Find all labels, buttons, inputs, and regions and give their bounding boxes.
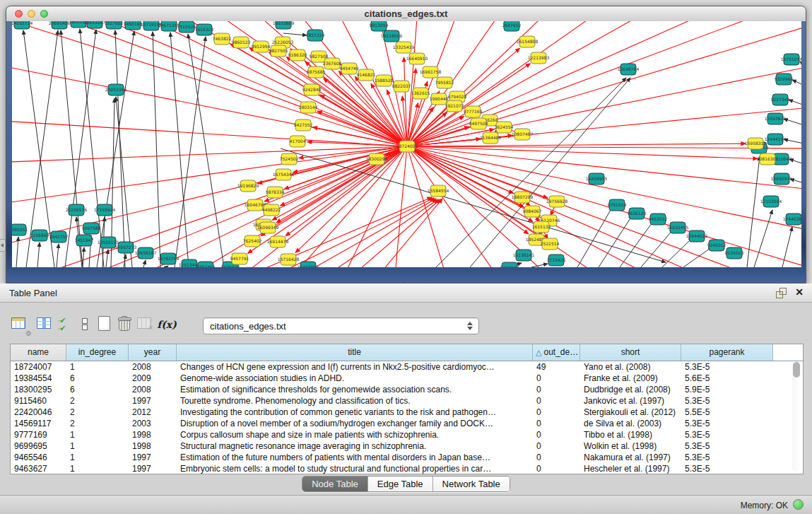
table-row[interactable]: 946554611997Estimation of the future num… [11, 452, 803, 463]
float-panel-icon[interactable] [776, 288, 787, 298]
column-header-year[interactable]: year [129, 344, 177, 361]
graph-node-15716428[interactable]: 15716428 [278, 254, 300, 265]
graph-node-6791919[interactable]: 6791919 [608, 199, 627, 211]
graph-node-7857224[interactable]: 7857224 [306, 30, 325, 41]
tab-node-table[interactable]: Node Table [302, 477, 368, 491]
table-row[interactable]: 911546021997Tourette syndrome. Phenomeno… [11, 395, 803, 407]
graph-node-3624554[interactable]: 3624554 [495, 122, 514, 133]
graph-node-7625402[interactable]: 7625402 [243, 235, 262, 247]
graph-node-15692971[interactable]: 15692971 [771, 173, 793, 185]
scrollbar-thumb[interactable] [793, 362, 800, 378]
graph-node-13325419[interactable]: 13325419 [393, 42, 415, 53]
graph-node-9097588[interactable]: 9097588 [82, 223, 101, 234]
graph-node-15958312[interactable]: 15958312 [745, 138, 767, 149]
graph-node-9860123[interactable]: 9860123 [232, 37, 251, 48]
graph-node-1451947[interactable]: 1451947 [75, 235, 94, 246]
graph-node-9453012[interactable]: 9453012 [649, 214, 668, 225]
graph-node-10958187[interactable]: 10958187 [135, 247, 157, 259]
graph-node-5878334[interactable]: 5878334 [266, 187, 285, 198]
graph-node-9827505[interactable]: 9827505 [269, 45, 288, 57]
graph-node-1156869[interactable]: 1156869 [30, 230, 49, 241]
column-header-name[interactable]: name [11, 344, 66, 361]
graph-node-7515526[interactable]: 7515526 [177, 21, 196, 33]
tab-edge-table[interactable]: Edge Table [368, 477, 433, 491]
graph-node-9224502[interactable]: 9224502 [500, 262, 519, 267]
graph-node-16136141[interactable]: 16136141 [513, 250, 535, 261]
graph-node-9084067[interactable]: 9084067 [523, 206, 542, 217]
graph-node-10807487[interactable]: 10807487 [512, 129, 534, 140]
column-header-title[interactable]: title [177, 344, 533, 361]
graph-node-1615132[interactable]: 1615132 [532, 221, 551, 233]
citation-network-graph[interactable]: 1405572420691406180521510653267152760294… [12, 21, 801, 267]
graph-node-9466160[interactable]: 9466160 [124, 21, 143, 30]
graph-node-14055724[interactable]: 14055724 [12, 21, 33, 29]
table-row[interactable]: 1456911722003Disruption of a novel membe… [11, 418, 803, 429]
graph-node-16648784[interactable]: 16648784 [618, 64, 640, 75]
graph-node-16032455[interactable]: 16032455 [667, 222, 689, 233]
graph-node-7463822[interactable]: 7463822 [213, 33, 232, 45]
table-scrollbar[interactable] [792, 362, 801, 472]
graph-node-19218506[interactable]: 19218506 [381, 30, 403, 42]
graph-node-12444154[interactable]: 12444154 [765, 134, 787, 145]
graph-node-5875685[interactable]: 5875685 [307, 66, 326, 78]
new-column-button[interactable] [95, 315, 114, 334]
column-header-pagerank[interactable]: pagerank [681, 344, 773, 361]
graph-node-10653267[interactable]: 10653267 [84, 21, 106, 28]
graph-node-9427552[interactable]: 9427552 [294, 119, 313, 131]
graph-node-9457791[interactable]: 9457791 [230, 253, 249, 264]
graph-node-9777169[interactable]: 9777169 [464, 106, 483, 117]
graph-node-2367608[interactable]: 2367608 [323, 58, 342, 69]
graph-node-1527602[interactable]: 1527602 [105, 21, 124, 29]
memory-ok-indicator[interactable] [793, 499, 804, 510]
table-row[interactable]: 969969511998Structural magnetic resonanc… [11, 440, 803, 452]
graph-node-16033809[interactable]: 16033809 [273, 21, 295, 29]
graph-node-2687652[interactable]: 2687652 [502, 21, 522, 31]
table-row[interactable]: 1830029562008Estimation of significance … [11, 384, 803, 395]
graph-node-16640910[interactable]: 16640910 [406, 53, 428, 64]
graph-node-16154808[interactable]: 16154808 [517, 36, 539, 47]
graph-node-9146821[interactable]: 9146821 [357, 69, 376, 81]
graph-node-9227349[interactable]: 9227349 [771, 94, 790, 105]
graph-node-15751074[interactable]: 15751074 [781, 54, 801, 65]
network-table-selector[interactable]: citations_edges.txt [203, 317, 479, 334]
graph-node-10816302[interactable]: 10816302 [757, 153, 779, 165]
graph-node-7955812[interactable]: 7955812 [435, 77, 454, 88]
graph-node-20691406[interactable]: 20691406 [49, 21, 71, 29]
row-height-button[interactable] [75, 315, 95, 337]
graph-node-16754340[interactable]: 16754340 [273, 169, 295, 180]
graph-node-9636120[interactable]: 9636120 [628, 208, 647, 219]
delete-table-button[interactable]: ✕ [136, 315, 155, 334]
collapse-panel-handle[interactable] [0, 239, 6, 252]
graph-node-15584554[interactable]: 15584554 [428, 185, 449, 197]
graph-node-18300295[interactable]: 18300295 [366, 153, 388, 165]
graph-node-1385051[interactable]: 1385051 [12, 224, 28, 235]
graph-node-12103504[interactable]: 12103504 [760, 196, 782, 207]
graph-node-21364486[interactable]: 21364486 [480, 132, 502, 144]
select-columns-button[interactable] [35, 315, 55, 334]
graph-node-12093872[interactable]: 12093872 [765, 113, 787, 124]
graph-node-20053346[interactable]: 20053346 [105, 84, 127, 95]
graph-node-10944022[interactable]: 10944022 [686, 230, 708, 242]
graph-node-20206576[interactable]: 20206576 [66, 204, 88, 216]
graph-node-1921077[interactable]: 1921077 [445, 100, 464, 112]
table-row[interactable]: 977716911998Corpus callosum shape and si… [11, 429, 803, 440]
graph-node-9242848[interactable]: 9242848 [302, 84, 322, 95]
graph-node-19196829[interactable]: 19196829 [237, 180, 259, 192]
graph-node-7524502[interactable]: 7524502 [280, 153, 299, 165]
graph-node-8454749[interactable]: 8454749 [340, 63, 359, 74]
graph-node-19756928[interactable]: 19756928 [546, 196, 568, 207]
table-row[interactable]: 1872400712008Changes of HCN gene express… [11, 361, 803, 373]
graph-node-9245012[interactable]: 9245012 [707, 240, 726, 251]
network-canvas[interactable]: 1405572420691406180521510653267152760294… [12, 21, 801, 267]
splitter-handle[interactable]: ▴ [401, 280, 409, 284]
graph-node-2803144[interactable]: 2803144 [299, 102, 318, 113]
table-settings-button[interactable]: ⚙ [10, 315, 30, 334]
table-row[interactable]: 2242004622012Investigating the contribut… [11, 407, 803, 418]
function-builder-button[interactable]: f(x) [157, 315, 177, 334]
graph-node-2942757[interactable]: 2942757 [49, 231, 69, 243]
graph-node-17440384[interactable]: 17440384 [783, 214, 801, 225]
window-titlebar[interactable]: citations_edges.txt [6, 6, 806, 22]
graph-node-4498222[interactable]: 4498222 [262, 204, 281, 216]
graph-node-8813054[interactable]: 8813054 [370, 21, 389, 31]
graph-node-16782759[interactable]: 16782759 [158, 253, 180, 264]
